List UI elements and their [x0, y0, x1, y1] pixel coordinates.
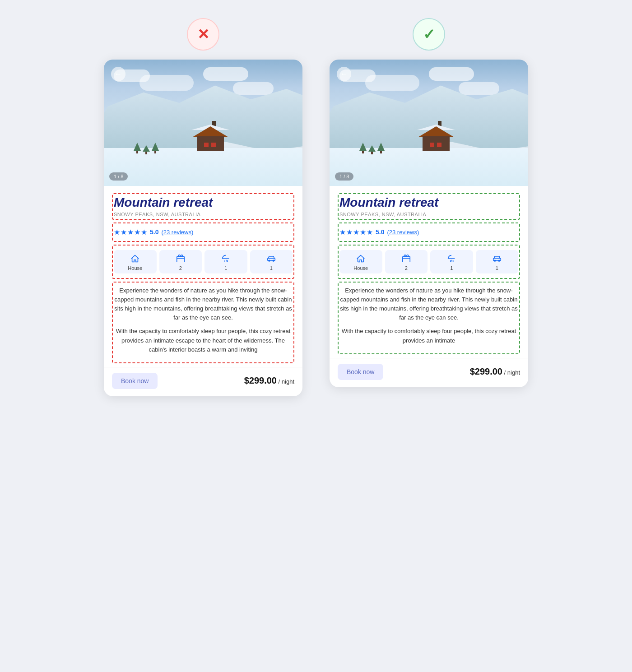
- left-amenity-shower-label: 1: [224, 265, 227, 271]
- left-card-wrapper: ✕: [104, 18, 302, 396]
- comparison-container: ✕: [68, 18, 564, 396]
- left-card-image: ← 1 / 8: [104, 60, 302, 186]
- left-rating-annotation: ★ ★ ★ ★ ★ 5.0 (23 reviews): [112, 222, 294, 242]
- left-desc-p1: Experience the wonders of nature as you …: [114, 286, 293, 323]
- right-card-image: ← 1 / 8: [330, 60, 528, 186]
- right-description-annotation: Experience the wonders of nature as you …: [338, 282, 520, 354]
- car-icon: [266, 254, 276, 264]
- right-house-icon: [356, 254, 366, 264]
- right-image-counter: 1 / 8: [335, 172, 353, 181]
- right-card-wrapper: ✓: [330, 18, 528, 387]
- left-price-block: $299.00 / night: [244, 375, 294, 386]
- left-stars: ★ ★ ★ ★ ★: [114, 228, 147, 236]
- left-price-unit: / night: [279, 378, 294, 385]
- left-card: ← 1 / 8 Mountain retreat SNOWY PEAKS, NS…: [104, 60, 302, 396]
- left-image-counter: 1 / 8: [109, 172, 128, 181]
- right-stars: ★ ★ ★ ★ ★: [339, 228, 373, 236]
- right-back-arrow[interactable]: ←: [337, 67, 351, 81]
- right-price-unit: / night: [504, 369, 520, 376]
- right-title-annotation: Mountain retreat SNOWY PEAKS, NSW, AUSTR…: [338, 193, 520, 220]
- right-property-title: Mountain retreat: [339, 196, 518, 210]
- right-amenity-shower-label: 1: [450, 265, 453, 271]
- left-amenities-annotation: House 2: [112, 245, 294, 279]
- right-card: ← 1 / 8 Mountain retreat SNOWY PEAKS, NS…: [330, 60, 528, 387]
- left-back-arrow[interactable]: ←: [111, 67, 125, 81]
- left-rating-number: 5.0: [150, 228, 158, 236]
- left-description-annotation: Experience the wonders of nature as you …: [112, 282, 294, 363]
- left-card-footer: Book now $299.00 / night: [104, 367, 302, 396]
- right-shower-icon: [446, 254, 456, 264]
- left-title-block: Mountain retreat SNOWY PEAKS, NSW, AUSTR…: [114, 196, 293, 217]
- left-card-content: Mountain retreat SNOWY PEAKS, NSW, AUSTR…: [104, 186, 302, 363]
- right-amenity-car: 1: [476, 250, 519, 273]
- good-indicator: ✓: [413, 18, 445, 51]
- right-rating-annotation: ★ ★ ★ ★ ★ 5.0 (23 reviews): [338, 222, 520, 242]
- left-property-location: SNOWY PEAKS, NSW, AUSTRALIA: [114, 212, 293, 217]
- right-bed-icon: [401, 254, 411, 264]
- left-property-title: Mountain retreat: [114, 196, 293, 210]
- left-rating-reviews: (23 reviews): [161, 229, 193, 236]
- right-amenity-bed-label: 2: [405, 265, 408, 271]
- right-price-block: $299.00 / night: [470, 366, 520, 377]
- right-property-location: SNOWY PEAKS, NSW, AUSTRALIA: [339, 212, 518, 217]
- right-title-block: Mountain retreat SNOWY PEAKS, NSW, AUSTR…: [339, 196, 518, 217]
- shower-icon: [221, 254, 231, 264]
- right-description: Experience the wonders of nature as you …: [339, 284, 518, 352]
- left-price: $299.00: [244, 375, 277, 385]
- right-amenity-house-label: House: [353, 265, 368, 271]
- right-amenity-shower: 1: [430, 250, 473, 273]
- left-amenity-house-label: House: [128, 265, 142, 271]
- left-amenity-bed: 2: [159, 250, 202, 273]
- left-amenity-car-label: 1: [270, 265, 273, 271]
- right-rating-reviews: (23 reviews): [387, 229, 419, 236]
- right-rating-row: ★ ★ ★ ★ ★ 5.0 (23 reviews): [339, 228, 518, 236]
- left-amenity-shower: 1: [204, 250, 247, 273]
- right-amenity-bed: 2: [385, 250, 428, 273]
- left-amenity-house: House: [114, 250, 157, 273]
- left-amenity-car: 1: [250, 250, 293, 273]
- right-amenity-car-label: 1: [496, 265, 498, 271]
- left-rating-row: ★ ★ ★ ★ ★ 5.0 (23 reviews): [114, 228, 293, 236]
- house-icon: [130, 254, 140, 264]
- left-title-annotation: Mountain retreat SNOWY PEAKS, NSW, AUSTR…: [112, 193, 294, 220]
- left-amenity-bed-label: 2: [179, 265, 182, 271]
- right-card-footer: Book now $299.00 / night: [330, 358, 528, 387]
- right-card-content: Mountain retreat SNOWY PEAKS, NSW, AUSTR…: [330, 186, 528, 354]
- left-amenities-row: House 2: [114, 250, 293, 273]
- right-amenity-house: House: [339, 250, 382, 273]
- right-amenities-annotation: House 2: [338, 245, 520, 279]
- right-price: $299.00: [470, 366, 502, 376]
- right-rating-number: 5.0: [376, 228, 384, 236]
- right-desc-p2: With the capacity to comfortably sleep f…: [339, 327, 518, 345]
- right-book-now-button[interactable]: Book now: [338, 364, 383, 380]
- left-desc-p2: With the capacity to comfortably sleep f…: [114, 327, 293, 354]
- bad-indicator: ✕: [187, 18, 219, 51]
- right-desc-p1: Experience the wonders of nature as you …: [339, 286, 518, 323]
- left-book-now-button[interactable]: Book now: [112, 373, 158, 389]
- right-amenities-row: House 2: [339, 250, 518, 273]
- bed-icon: [176, 254, 186, 264]
- left-description: Experience the wonders of nature as you …: [114, 284, 293, 361]
- right-car-icon: [492, 254, 502, 264]
